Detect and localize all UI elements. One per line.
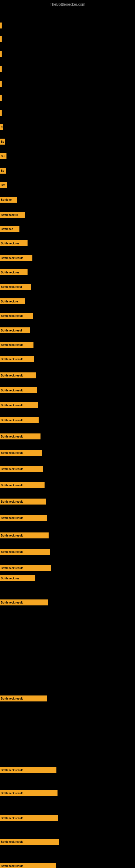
bar-fill: Bottlene xyxy=(0,197,17,203)
bar-item: Bottleneck resul xyxy=(0,283,31,290)
bar-label: Bottleneck re xyxy=(1,214,18,216)
bar-label: Bottleneck result xyxy=(1,567,23,569)
bar-fill: Bottleneck re xyxy=(0,299,25,304)
bar-fill xyxy=(0,66,2,72)
bar-fill: Bottleneck resul xyxy=(0,284,31,290)
bar-fill: Bottleneck result xyxy=(0,450,42,456)
bar-label: Bo xyxy=(1,140,4,143)
bar-label: Bottleneck result xyxy=(1,601,23,604)
bar-item: Bottleneck result xyxy=(0,599,48,606)
bar-fill: Bottlenec xyxy=(0,226,19,232)
bar-item: Bottleneck result xyxy=(0,355,34,363)
bar-item xyxy=(0,22,2,29)
bar-fill: Bottleneck result xyxy=(0,815,58,821)
bar-fill: Bottleneck resul xyxy=(0,328,30,333)
bar-label: Bottleneck result xyxy=(1,257,23,259)
bar-item: Bottlene xyxy=(0,196,17,204)
bar-label: Bottleneck result xyxy=(1,840,23,843)
bar-item: Bottleneck result xyxy=(0,465,43,473)
bar-fill: Bottleneck result xyxy=(0,532,49,538)
bar-fill xyxy=(0,23,2,29)
bar-item xyxy=(0,80,2,88)
bar-label: Bottleneck result xyxy=(1,419,23,422)
bar-label: Bottleneck result xyxy=(1,358,23,361)
bar-item: Bottleneck result xyxy=(0,433,41,440)
bar-label: Bo xyxy=(1,169,4,172)
bar-item: Bottleneck result xyxy=(0,862,56,868)
bar-label: Bottleneck result xyxy=(1,500,23,503)
bar-item xyxy=(0,50,2,58)
bar-fill: Bottleneck res xyxy=(0,240,28,246)
bar-item xyxy=(0,35,2,43)
bar-label: Bottleneck result xyxy=(1,343,23,346)
bar-item: Bottleneck result xyxy=(0,498,46,505)
bar-fill: Bottleneck result xyxy=(0,356,34,362)
bar-fill: Bottleneck result xyxy=(0,466,43,472)
bar-label: Bottleneck result xyxy=(1,374,23,377)
bar-fill: Bottleneck result xyxy=(0,482,45,488)
bar-item: Bottleneck result xyxy=(0,564,51,572)
bar-item xyxy=(0,65,2,73)
bar-item: Bot xyxy=(0,181,7,189)
bar-item: Bottleneck result xyxy=(0,814,58,822)
bar-fill: Bot xyxy=(0,182,7,188)
bar-fill: Bottleneck result xyxy=(0,313,33,319)
bar-item: Bottleneck result xyxy=(0,254,32,262)
bar-label: Bottleneck re xyxy=(1,300,18,303)
bar-fill: Bottleneck result xyxy=(0,372,36,378)
bar-label: Bottleneck res xyxy=(1,242,19,245)
bar-item: Bottleneck result xyxy=(0,548,50,556)
bar-item: Bo xyxy=(0,167,6,175)
bar-item: Bottleneck result xyxy=(0,401,38,409)
bar-fill: Bottleneck result xyxy=(0,515,47,521)
bar-fill: Bottleneck result xyxy=(0,342,34,348)
bar-fill: Bottleneck result xyxy=(0,863,56,868)
bar-fill: Bottleneck result xyxy=(0,417,39,423)
bar-item: Bottleneck result xyxy=(0,372,36,379)
bar-item: Bottleneck result xyxy=(0,482,45,489)
bar-fill: Bottleneck result xyxy=(0,695,47,702)
bar-item: Bottleneck res xyxy=(0,575,35,582)
bar-label: Bottleneck result xyxy=(1,452,23,454)
bar-fill: Bottleneck result xyxy=(0,549,50,555)
bar-label: Bottleneck result xyxy=(1,550,23,553)
bar-label: Bottlenec xyxy=(1,227,13,230)
bar-item: Bottleneck result xyxy=(0,416,39,424)
bar-fill xyxy=(0,51,2,57)
bar-item: B xyxy=(0,123,3,131)
bar-label: Bottleneck result xyxy=(1,517,23,520)
bar-label: B xyxy=(1,126,2,129)
bar-fill: Bottleneck result xyxy=(0,565,51,571)
bar-item: Bottleneck result xyxy=(0,766,56,774)
bar-label: Bottleneck result xyxy=(1,389,23,392)
bar-fill: Bottleneck result xyxy=(0,599,48,606)
bar-label: Bottleneck resul xyxy=(1,329,22,332)
bar-fill: Bo xyxy=(0,138,5,145)
bar-fill: Bottleneck result xyxy=(0,255,32,261)
bar-fill: Bo xyxy=(0,167,6,174)
bar-fill: Bottleneck result xyxy=(0,499,46,504)
bar-label: Bottleneck result xyxy=(1,468,23,471)
bar-item: Bottleneck result xyxy=(0,312,33,319)
bar-item: Bottleneck result xyxy=(0,341,34,348)
bar-item: Bottleneck re xyxy=(0,298,25,305)
bar-label: Bottleneck result xyxy=(1,314,23,317)
bar-item: Bottleneck result xyxy=(0,695,47,702)
bar-fill: Bottleneck result xyxy=(0,388,37,393)
bar-item xyxy=(0,109,2,117)
bar-fill: Bottleneck result xyxy=(0,402,38,408)
bar-item: Bot xyxy=(0,152,6,160)
bar-item: Bottleneck re xyxy=(0,211,25,219)
bar-label: Bottleneck result xyxy=(1,534,23,537)
bar-item: Bottleneck result xyxy=(0,838,59,845)
bar-fill: Bottleneck res xyxy=(0,269,28,275)
bar-fill: Bottleneck result xyxy=(0,767,56,773)
bar-item: Bottleneck resul xyxy=(0,327,30,334)
bar-fill: Bot xyxy=(0,153,6,159)
bar-label: Bottleneck result xyxy=(1,404,23,407)
bar-fill xyxy=(0,110,2,116)
bar-item: Bottlenec xyxy=(0,225,19,233)
bar-item: Bottleneck res xyxy=(0,240,28,247)
bar-label: Bottleneck resul xyxy=(1,285,22,288)
bar-label: Bottleneck res xyxy=(1,577,19,580)
